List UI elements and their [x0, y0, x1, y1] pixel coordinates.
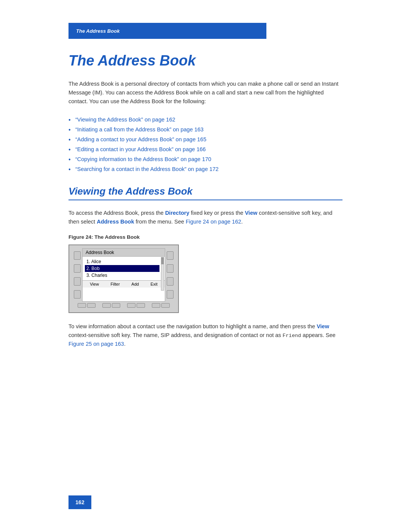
para1-bold2: View	[245, 210, 257, 216]
para1-end: .	[241, 219, 243, 225]
para2-link[interactable]: Figure 25 on page 163	[68, 341, 124, 347]
list-item[interactable]: “Copying information to the Address Book…	[68, 154, 342, 164]
phone-bottom-buttons	[72, 302, 175, 309]
softkey-view[interactable]: View	[90, 282, 99, 286]
list-item[interactable]: “Adding a contact to your Address Book” …	[68, 134, 342, 144]
bottom-btn-1	[78, 303, 86, 308]
para1-bold1: Directory	[165, 210, 190, 216]
para1-text2: fixed key or press the	[190, 210, 245, 216]
phone-screen-wrapper: Address Book 1. Alice 2. Bob 3. Charles	[68, 244, 179, 313]
softkeys-bar: View Filter Add Exit	[83, 280, 165, 288]
side-button-right-1	[167, 251, 174, 260]
side-button-left-3	[74, 277, 81, 286]
bottom-btn-7	[152, 303, 160, 308]
phone-layout: Address Book 1. Alice 2. Bob 3. Charles	[72, 248, 175, 302]
section-title: Viewing the Address Book	[68, 185, 342, 200]
list-item-alice: 1. Alice	[85, 258, 159, 265]
para1-text1: To access the Address Book, press the	[68, 210, 165, 216]
bottom-btn-4	[112, 303, 120, 308]
bottom-btn-8	[161, 303, 170, 308]
bottom-button-group-3	[127, 303, 145, 308]
side-button-left-1	[74, 251, 81, 260]
para2-bold: View	[317, 323, 329, 329]
list-item[interactable]: “Initiating a call from the Address Book…	[68, 125, 342, 134]
header-banner: The Address Book	[68, 23, 266, 39]
para2-code: Friend	[283, 333, 301, 339]
bottom-btn-2	[87, 303, 96, 308]
side-button-right-4	[167, 290, 174, 299]
list-item[interactable]: “Editing a contact in your Address Book”…	[68, 144, 342, 154]
softkey-add[interactable]: Add	[131, 282, 139, 286]
para1-text4: from the menu. See	[134, 219, 185, 225]
phone-side-left	[72, 248, 82, 302]
list-item[interactable]: “Searching for a contact in the Address …	[68, 164, 342, 174]
bottom-button-group-4	[152, 303, 170, 308]
bottom-btn-3	[102, 303, 111, 308]
link-adding[interactable]: “Adding a contact to your Address Book” …	[75, 136, 206, 142]
address-book-list: 1. Alice 2. Bob 3. Charles	[83, 257, 165, 280]
page-number: 162	[68, 495, 91, 509]
list-item-bob: 2. Bob	[85, 265, 159, 272]
side-button-left-4	[74, 290, 81, 299]
phone-side-right	[165, 248, 175, 302]
link-searching[interactable]: “Searching for a contact in the Address …	[75, 166, 218, 172]
address-book-title: Address Book	[86, 250, 114, 255]
page-title: The Address Book	[68, 53, 342, 69]
link-viewing[interactable]: “Viewing the Address Book” on page 162	[75, 117, 175, 123]
scrollbar	[161, 257, 164, 291]
side-button-right-3	[167, 277, 174, 286]
bottom-button-group-2	[102, 303, 120, 308]
para2-text3: appears. See	[301, 332, 335, 338]
softkey-exit[interactable]: Exit	[150, 282, 157, 286]
para1-bold3: Address Book	[97, 219, 134, 225]
bottom-btn-5	[127, 303, 135, 308]
bottom-btn-6	[137, 303, 145, 308]
para2-text1: To view information about a contact use …	[68, 323, 317, 329]
list-item[interactable]: “Viewing the Address Book” on page 162	[68, 115, 342, 125]
link-copying[interactable]: “Copying information to the Address Book…	[75, 156, 211, 162]
figure-caption: Figure 24: The Address Book	[68, 234, 342, 240]
para2-end: .	[124, 341, 126, 347]
side-button-left-2	[74, 264, 81, 273]
scrollbar-thumb	[161, 257, 164, 264]
address-book-title-bar: Address Book	[83, 249, 165, 257]
section-paragraph-2: To view information about a contact use …	[68, 322, 342, 349]
side-button-right-2	[167, 264, 174, 273]
softkey-filter[interactable]: Filter	[110, 282, 119, 286]
header-banner-text: The Address Book	[76, 28, 119, 34]
intro-paragraph: The Address Book is a personal directory…	[68, 80, 342, 106]
link-editing[interactable]: “Editing a contact in your Address Book”…	[75, 146, 206, 152]
para1-link[interactable]: Figure 24 on page 162	[186, 219, 241, 225]
section-paragraph-1: To access the Address Book, press the Di…	[68, 209, 342, 226]
bottom-button-group-1	[78, 303, 96, 308]
bullet-list: “Viewing the Address Book” on page 162 “…	[68, 115, 342, 174]
phone-screen-content: Address Book 1. Alice 2. Bob 3. Charles	[82, 248, 165, 302]
para2-text2: context-sensitive soft key. The name, SI…	[68, 332, 283, 338]
list-item-charles: 3. Charles	[85, 272, 159, 279]
link-initiating[interactable]: “Initiating a call from the Address Book…	[75, 126, 204, 133]
page-container: The Address Book The Address Book The Ad…	[0, 0, 411, 532]
phone-screen: Address Book 1. Alice 2. Bob 3. Charles	[68, 244, 179, 313]
